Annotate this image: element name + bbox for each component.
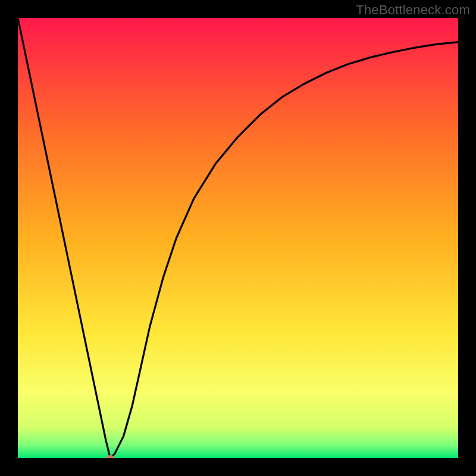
chart-frame: TheBottleneck.com xyxy=(0,0,476,476)
watermark-text: TheBottleneck.com xyxy=(356,2,470,18)
chart-svg xyxy=(18,18,458,458)
gradient-background xyxy=(18,18,458,458)
plot-area xyxy=(18,18,458,458)
